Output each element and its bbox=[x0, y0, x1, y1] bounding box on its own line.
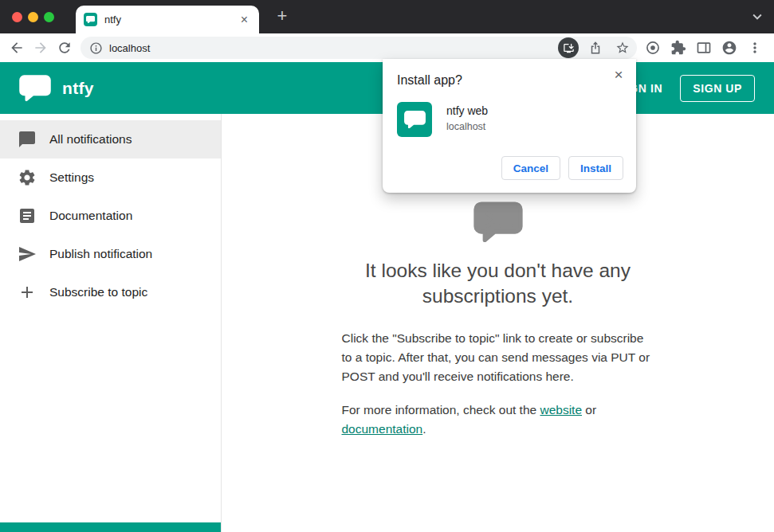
docs-icon bbox=[18, 206, 37, 225]
install-dialog-origin: localhost bbox=[446, 121, 488, 132]
ntfy-logo-icon bbox=[19, 75, 51, 101]
back-icon bbox=[9, 40, 25, 56]
more-info-prefix-text: For more information, check out the bbox=[342, 403, 540, 417]
sidebar-item-settings[interactable]: Settings bbox=[0, 158, 221, 197]
website-link[interactable]: website bbox=[540, 403, 582, 417]
sidebar: All notifications Settings Documentation… bbox=[0, 114, 222, 532]
browser-menu-icon[interactable] bbox=[746, 40, 763, 57]
back-button[interactable] bbox=[5, 36, 29, 60]
reload-button[interactable] bbox=[53, 36, 77, 60]
empty-state-text-block: Click the "Subscribe to topic" link to c… bbox=[342, 329, 654, 440]
sidebar-item-documentation[interactable]: Documentation bbox=[0, 197, 221, 235]
close-icon[interactable]: × bbox=[609, 65, 628, 84]
tab-title: ntfy bbox=[104, 14, 238, 25]
sidebar-item-subscribe-to-topic[interactable]: Subscribe to topic bbox=[0, 273, 221, 311]
more-info-or-text: or bbox=[582, 403, 596, 417]
address-bar[interactable]: localhost bbox=[81, 37, 637, 59]
empty-state-paragraph: Click the "Subscribe to topic" link to c… bbox=[342, 329, 654, 387]
url-text[interactable]: localhost bbox=[109, 42, 150, 54]
forward-button[interactable] bbox=[29, 36, 53, 60]
new-tab-button[interactable]: + bbox=[271, 5, 293, 27]
install-button[interactable]: Install bbox=[568, 156, 623, 180]
toolbar-right-actions bbox=[641, 40, 769, 57]
plus-icon bbox=[18, 283, 37, 302]
window-minimize-button[interactable] bbox=[28, 12, 38, 22]
tab-favicon-icon bbox=[84, 13, 97, 26]
ntfy-app-icon bbox=[397, 102, 432, 137]
empty-state-title: It looks like you don't have any subscri… bbox=[327, 258, 670, 310]
sidebar-item-publish-notification[interactable]: Publish notification bbox=[0, 235, 221, 273]
sidebar-item-label: Settings bbox=[49, 170, 94, 185]
forward-icon bbox=[33, 40, 49, 56]
browser-window: ntfy × + localhost bbox=[0, 0, 774, 532]
sidebar-bottom-accent bbox=[0, 522, 221, 532]
ntfy-empty-state-logo-icon bbox=[473, 201, 523, 242]
extensions-puzzle-icon[interactable] bbox=[670, 40, 686, 57]
send-icon bbox=[18, 244, 37, 264]
bookmark-button[interactable] bbox=[612, 37, 633, 58]
profile-avatar-icon[interactable] bbox=[721, 40, 737, 57]
window-controls bbox=[12, 12, 54, 22]
reload-icon bbox=[57, 40, 73, 56]
sidebar-item-all-notifications[interactable]: All notifications bbox=[0, 120, 221, 158]
more-info-paragraph: For more information, check out the webs… bbox=[342, 401, 654, 439]
tab-strip: ntfy × + bbox=[0, 0, 774, 33]
install-dialog-app-row: ntfy web localhost bbox=[397, 102, 623, 137]
sign-up-button[interactable]: SIGN UP bbox=[680, 75, 755, 102]
more-info-period-text: . bbox=[422, 422, 426, 436]
sidebar-item-label: Documentation bbox=[49, 209, 132, 223]
browser-tab[interactable]: ntfy × bbox=[76, 6, 259, 33]
install-icon bbox=[563, 42, 575, 54]
sidebar-item-label: Publish notification bbox=[49, 247, 152, 261]
install-app-button[interactable] bbox=[558, 37, 579, 58]
side-panel-icon[interactable] bbox=[695, 40, 712, 57]
tab-close-icon[interactable]: × bbox=[238, 12, 251, 28]
install-app-dialog: Install app? × ntfy web localhost Cancel… bbox=[383, 59, 636, 193]
cancel-button[interactable]: Cancel bbox=[501, 156, 560, 180]
install-dialog-title: Install app? bbox=[397, 73, 623, 88]
site-info-icon[interactable] bbox=[89, 41, 103, 55]
install-dialog-app-info: ntfy web localhost bbox=[446, 102, 488, 132]
extension-badge-icon[interactable] bbox=[644, 40, 661, 57]
app-title: ntfy bbox=[62, 79, 94, 98]
browser-toolbar: localhost bbox=[0, 33, 774, 62]
bookmark-star-icon bbox=[615, 41, 630, 55]
sidebar-item-label: Subscribe to topic bbox=[49, 285, 147, 299]
share-icon bbox=[588, 41, 603, 55]
window-zoom-button[interactable] bbox=[44, 12, 54, 22]
documentation-link[interactable]: documentation bbox=[342, 422, 423, 436]
install-dialog-actions: Cancel Install bbox=[395, 156, 623, 180]
window-close-button[interactable] bbox=[12, 12, 22, 22]
install-dialog-app-name: ntfy web bbox=[446, 104, 488, 117]
share-button[interactable] bbox=[585, 37, 606, 58]
sidebar-item-label: All notifications bbox=[49, 132, 132, 147]
tab-search-chevron-icon[interactable] bbox=[748, 8, 766, 25]
chat-icon bbox=[18, 130, 37, 149]
gear-icon bbox=[18, 168, 37, 187]
